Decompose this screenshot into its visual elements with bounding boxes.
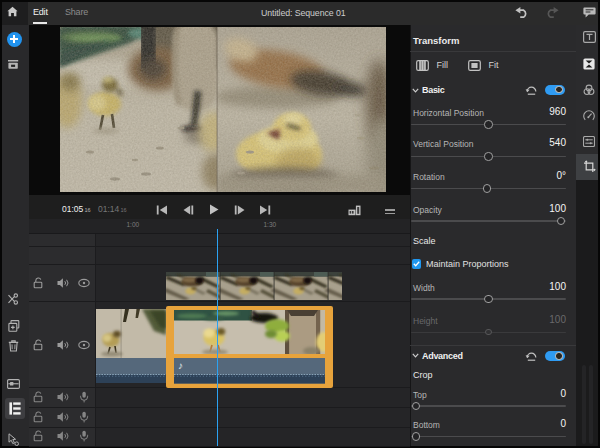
svg-text:♪: ♪ [178, 360, 183, 371]
